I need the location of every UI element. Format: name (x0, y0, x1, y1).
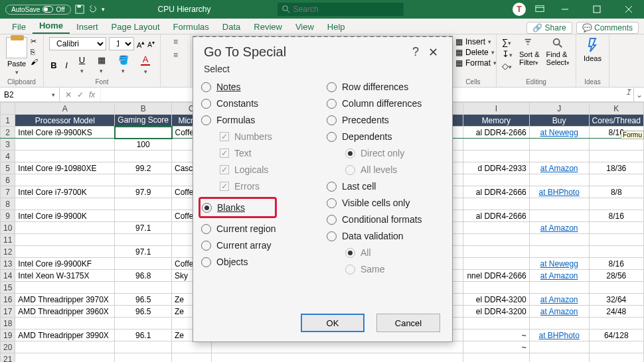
cell[interactable]: nnel DDR4-2666 (463, 270, 529, 282)
cell[interactable] (15, 174, 115, 186)
cell[interactable]: AMD Threadripper 3990X (15, 330, 115, 341)
autosave-toggle[interactable]: AutoSave Off (5, 5, 71, 15)
cell[interactable]: at Amazon (529, 294, 589, 306)
row-header[interactable]: 3 (1, 139, 15, 151)
cell[interactable]: 8/8 (589, 186, 643, 198)
option-objects[interactable]: Objects (201, 256, 319, 268)
col-header-b[interactable]: B (115, 103, 172, 115)
clear-icon[interactable]: ◇▾ (502, 61, 513, 71)
fill-icon[interactable]: ↧▾ (502, 49, 513, 59)
cell[interactable]: Intel Core i9-9900KF (15, 258, 115, 270)
row-header[interactable]: 1 (1, 115, 15, 127)
cell[interactable]: 24/48 (589, 306, 643, 318)
table-header[interactable]: Buy (529, 115, 589, 127)
expand-formula-bar-icon[interactable]: ⌄ (633, 88, 644, 101)
cell[interactable] (115, 198, 172, 210)
cell[interactable]: el DDR4-3200 (463, 306, 529, 318)
col-header-k[interactable]: K (589, 103, 643, 115)
cell[interactable]: 8/16 (589, 210, 643, 222)
cells-insert-button[interactable]: ▦ Insert ▾ (455, 37, 491, 46)
row-header[interactable]: 6 (1, 174, 15, 186)
row-header[interactable]: 16 (1, 294, 15, 306)
cell[interactable]: 96.1 (115, 330, 172, 341)
cells-format-button[interactable]: ▦ Format ▾ (455, 58, 491, 68)
row-header[interactable]: 7 (1, 186, 15, 198)
cell[interactable]: Intel Core i9-9900K (15, 210, 115, 222)
cell[interactable] (115, 174, 172, 186)
cell[interactable] (589, 174, 643, 186)
qa-customize-icon[interactable]: ▾ (102, 6, 105, 13)
cell[interactable] (115, 318, 172, 330)
row-header[interactable]: 4 (1, 151, 15, 162)
paste-icon[interactable] (6, 37, 27, 58)
option-precedents[interactable]: Precedents (327, 114, 444, 126)
option-row-differences[interactable]: Row differences (327, 81, 444, 93)
option-blanks[interactable]: Blanks (202, 202, 271, 213)
row-header[interactable]: 12 (1, 246, 15, 258)
cell[interactable] (15, 139, 115, 151)
dialog-help-button[interactable]: ? (407, 45, 424, 59)
tab-data[interactable]: Data (216, 20, 247, 34)
cell[interactable]: at BHPhoto (529, 186, 589, 198)
cut-icon[interactable]: ✂ (31, 37, 38, 46)
user-avatar[interactable]: T (513, 3, 526, 16)
option-current-region[interactable]: Current region (201, 223, 319, 235)
enter-entry-icon[interactable]: ✓ (77, 90, 84, 99)
cell[interactable]: ~ (463, 341, 529, 353)
row-header[interactable]: 18 (1, 318, 15, 330)
row-header[interactable]: 19 (1, 330, 15, 341)
cell[interactable]: AMD Threadripper 3960X (15, 306, 115, 318)
row-header[interactable]: 13 (1, 258, 15, 270)
cell[interactable] (589, 139, 643, 151)
table-header[interactable]: Gaming Score (115, 115, 172, 127)
cell[interactable] (463, 139, 529, 151)
format-painter-icon[interactable]: 🖌 (31, 58, 38, 66)
tab-view[interactable]: View (289, 20, 321, 34)
underline-button[interactable]: U▾ (74, 55, 90, 75)
cell[interactable]: Intel Xeon W-3175X (15, 270, 115, 282)
cell[interactable]: 8/16 (589, 258, 643, 270)
option-notes[interactable]: Notes (201, 81, 319, 93)
cell[interactable]: at Amazon (529, 162, 589, 174)
cell[interactable] (529, 341, 589, 353)
borders-button[interactable]: ▦▾ (93, 55, 110, 75)
cell[interactable]: 96.8 (115, 270, 172, 282)
cell[interactable] (115, 353, 172, 363)
autosum-icon[interactable]: ∑▾ (502, 37, 513, 47)
option-last-cell[interactable]: Last cell (327, 180, 444, 192)
tab-insert[interactable]: Insert (70, 20, 105, 34)
fx-icon[interactable]: fx (89, 90, 95, 99)
select-all-corner[interactable] (1, 103, 15, 115)
cell[interactable] (15, 282, 115, 294)
row-header[interactable]: 14 (1, 270, 15, 282)
option-visible-cells[interactable]: Visible cells only (327, 197, 444, 209)
cell[interactable] (115, 258, 172, 270)
cell[interactable]: at Newegg (529, 258, 589, 270)
find-select-button[interactable]: Find &Select▾ (546, 37, 570, 66)
option-formulas[interactable]: Formulas (201, 114, 319, 126)
increase-font-icon[interactable]: A▴ (137, 38, 145, 49)
tab-help[interactable]: Help (321, 20, 352, 34)
cell[interactable] (529, 282, 589, 294)
tab-page-layout[interactable]: Page Layout (105, 20, 167, 34)
cell[interactable]: 96.5 (115, 294, 172, 306)
cell[interactable] (463, 246, 529, 258)
option-column-differences[interactable]: Column differences (327, 97, 444, 109)
autosave-switch[interactable] (42, 6, 53, 13)
row-header[interactable]: 5 (1, 162, 15, 174)
cell[interactable]: at Amazon (529, 222, 589, 234)
align-top-icon[interactable]: ≡ (171, 37, 181, 46)
close-button[interactable] (617, 0, 640, 19)
cell[interactable] (463, 174, 529, 186)
option-data-validation[interactable]: Data validation (327, 230, 444, 242)
cell[interactable] (529, 198, 589, 210)
cell[interactable] (589, 282, 643, 294)
sort-filter-button[interactable]: Sort &Filter▾ (519, 37, 540, 66)
tab-formulas[interactable]: Formulas (167, 20, 216, 34)
name-box[interactable]: B2▾ (0, 88, 60, 101)
ok-button[interactable]: OK (301, 314, 364, 332)
cell[interactable] (15, 353, 115, 363)
cell[interactable] (463, 151, 529, 162)
font-size-select[interactable]: 11 (109, 37, 134, 50)
cell[interactable]: al DDR4-2666 (463, 127, 529, 139)
